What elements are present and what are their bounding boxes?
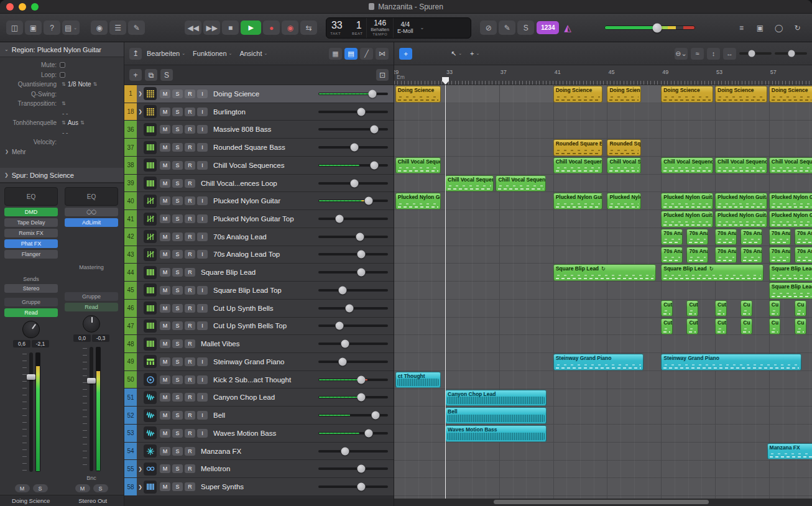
send-slot-stereo[interactable]: Stereo [4,284,58,293]
region[interactable]: Rounded Square Bass [553,139,602,156]
record-enable-button[interactable]: R [185,411,195,420]
library-button[interactable]: ◫ [6,21,23,35]
disclosure-icon[interactable]: ❯ [137,466,144,472]
mute-button[interactable]: M [160,214,170,223]
toolbar-toggle-button[interactable]: ▤⌄ [62,21,80,35]
record-enable-button[interactable]: R [185,90,195,98]
automation-pencil-button[interactable]: ✎ [499,21,515,35]
mixer-button[interactable]: ☰ [109,21,126,35]
solo-button[interactable]: S [172,447,183,456]
volume-thumb[interactable] [341,340,349,348]
loop-browser-button[interactable]: ↻ [789,21,806,35]
region[interactable]: 70s Analog Lead [686,229,708,246]
pan-knob[interactable]: 0,6-2,1 [4,321,58,347]
input-monitor-button[interactable]: I [197,161,208,170]
plugin-slot-adlimit[interactable]: AdLimit [65,218,118,227]
region[interactable]: Plucked Nylon Guitar [661,211,713,228]
mute-button[interactable]: M [160,125,170,134]
bar-ruler[interactable]: 2933374145495357Em [394,65,812,85]
horizontal-scrollbar[interactable] [494,500,709,504]
track-row[interactable]: 1❯MSRIDoing Science [124,85,394,103]
input-monitor-button[interactable]: I [197,429,208,438]
stepper-icon[interactable]: ⇅ [62,81,66,87]
solo-button[interactable]: S [172,357,183,366]
region-lanes[interactable]: Doing ScienceDoing ScienceDoing ScienceD… [394,85,812,499]
track-row[interactable]: 48MSRMallet Vibes [124,335,394,353]
record-enable-button[interactable]: R [185,482,195,491]
solo-button[interactable]: S [172,125,183,134]
track-volume-slider[interactable] [318,407,388,424]
stereo-format-button[interactable]: ◯◯ [65,208,118,216]
mute-button[interactable]: M [160,482,170,491]
mute-button[interactable]: M [160,304,170,313]
region[interactable]: 70s Analog Lead [795,247,812,264]
track-row[interactable]: 58❯MSRSuper Synths [124,478,394,496]
region[interactable]: Chill Vocal Sequences [395,157,441,174]
track-volume-slider[interactable] [318,210,388,228]
region[interactable]: Plucked Nylon Guitar [715,211,767,228]
volume-thumb[interactable] [364,429,372,437]
input-monitor-button[interactable]: I [197,375,208,384]
zoom-presets-button[interactable]: ⊖⌄ [675,48,688,60]
region[interactable]: Bell [445,407,547,424]
replace-mode-button[interactable]: ⊘ [480,21,497,35]
waveform-zoom-button[interactable]: ≈ [691,48,704,60]
region[interactable]: Chill Vocal Sequences [445,175,494,192]
region[interactable]: ct Thought [395,372,441,389]
pan-knob[interactable]: 0,0-0,3 [65,315,118,342]
region[interactable]: Plucked Nylon Guitar [661,193,713,209]
solo-button[interactable]: S [172,464,183,473]
volume-fader[interactable] [90,347,93,471]
mute-button[interactable]: M [160,250,170,259]
region[interactable]: Cut [686,300,698,317]
solo-button[interactable]: S [172,232,183,241]
solo-button[interactable]: S [93,484,108,492]
region[interactable]: Doing Science [395,86,441,103]
region[interactable]: Manzana FX [767,443,812,460]
record-enable-button[interactable]: R [185,268,195,277]
automation-mode-button[interactable]: Read [4,308,58,317]
automation-mode-button[interactable]: Read [65,303,118,311]
track-row[interactable]: 49MSRISteinway Grand Piano [124,353,394,371]
track-row[interactable]: 40MSRIPlucked Nylon Guitar [124,192,394,210]
track-row[interactable]: 37MSRIRounded Square Bass [124,139,394,157]
solo-button[interactable]: S [172,179,183,188]
region[interactable]: 70s Analog Lead [661,229,683,246]
track-volume-slider[interactable] [318,443,388,460]
solo-button[interactable]: S [172,268,183,277]
record-enable-button[interactable]: R [185,375,195,384]
track-row[interactable]: 36MSRIMassive 808 Bass [124,121,394,139]
global-solo-button[interactable]: S [160,69,173,81]
track-row[interactable]: 45MSRISquare Blip Lead Top [124,282,394,300]
parameter-value[interactable]: Aus [68,119,78,126]
solo-button[interactable]: S [172,143,183,152]
track-volume-slider[interactable] [318,460,388,477]
record-enable-button[interactable]: R [185,429,195,438]
region[interactable]: Plucked Nylon Guitar [553,193,602,209]
parameter-checkbox[interactable] [60,72,65,78]
mute-button[interactable]: M [160,339,170,348]
mute-button[interactable]: M [160,196,170,205]
record-enable-button[interactable]: R [185,339,195,348]
volume-thumb[interactable] [346,304,354,312]
region[interactable]: Plucked Nylon Guitar [607,193,640,209]
track-volume-slider[interactable] [318,121,388,138]
track-volume-slider[interactable] [318,282,388,299]
stepper-icon[interactable]: ⇅ [62,101,66,106]
region[interactable]: Cut [715,300,727,317]
track-row[interactable]: 38MSRIChill Vocal Sequences [124,157,394,175]
input-monitor-button[interactable]: I [197,304,208,313]
mute-button[interactable]: M [160,143,170,152]
knob-dial[interactable] [19,318,44,342]
volume-thumb[interactable] [358,465,366,473]
mute-button[interactable]: M [160,232,170,241]
volume-thumb[interactable] [369,90,377,98]
track-row[interactable]: 52MSRIBell [124,407,394,425]
menu-bearbeiten[interactable]: Bearbeiten⌄ [144,48,188,58]
horizontal-zoom-slider[interactable] [775,52,807,55]
mute-button[interactable]: M [160,108,170,116]
region[interactable]: Cu [769,318,781,335]
input-monitor-button[interactable]: I [197,108,208,116]
scroll-to-selection-button[interactable]: ↥ [129,48,142,60]
track-inspector-header[interactable]: ❯ Spur: Doing Science [0,168,124,183]
